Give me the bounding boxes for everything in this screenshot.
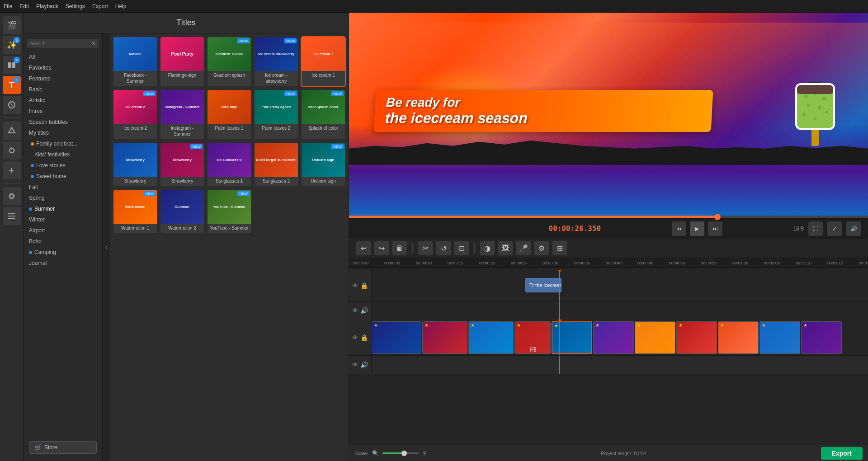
fullscreen-button[interactable]: ⛶ [808, 221, 823, 236]
title-card-palm-leaves-2[interactable]: NEW Pool Party again! Palm leaves 2 [255, 90, 298, 139]
expand-button[interactable]: ⤢ [827, 221, 842, 236]
category-search[interactable]: ✕ [27, 39, 99, 48]
progress-thumb[interactable] [714, 214, 721, 220]
zoom-out-icon[interactable]: 🔍 [372, 450, 379, 456]
category-spring[interactable]: Spring [24, 193, 102, 203]
text-clip[interactable]: Tr the icecream [525, 278, 561, 292]
eye-icon-2[interactable]: 👁 [352, 307, 359, 314]
category-intros[interactable]: Intros [24, 106, 102, 117]
video-clip-7[interactable]: ★ [635, 321, 675, 354]
tool-media[interactable]: 🎬 [3, 16, 21, 34]
undo-button[interactable]: ↩ [356, 241, 371, 255]
category-fall[interactable]: Fall [24, 182, 102, 193]
video-clip-6[interactable]: ★ [593, 321, 634, 354]
title-card-ice-cream-strawberry[interactable]: NEW Ice cream strawberry Ice cream - str… [255, 37, 298, 86]
store-button[interactable]: 🛒 Store [29, 441, 97, 454]
lock-icon[interactable]: 🔒 [360, 282, 368, 289]
title-card-unicorn-sign[interactable]: NEW Unicorn sign Unicorn sign [302, 143, 345, 186]
audio-button[interactable]: 🎤 [516, 241, 531, 255]
crop-button[interactable]: ⊡ [454, 241, 469, 255]
title-card-watermelon-2[interactable]: Summer Watermelon 2 [160, 190, 204, 233]
tool-motion[interactable] [3, 141, 21, 160]
title-card-sunglasses-2[interactable]: Don't forget sunscreen! Sunglasses 2 [255, 143, 298, 186]
video-clip-5[interactable]: ★ [552, 321, 592, 354]
preview-progress-bar[interactable] [349, 216, 868, 218]
video-clip-11[interactable]: ★ [801, 321, 842, 354]
category-boho[interactable]: Boho [24, 236, 102, 247]
menu-file[interactable]: File [4, 3, 12, 9]
eye-icon-audio[interactable]: 👁 [352, 361, 359, 368]
title-card-youtube-summer[interactable]: NEW YouTube - Summer YouTube - Summer [208, 190, 251, 233]
category-featured[interactable]: Featured [24, 73, 102, 84]
category-artistic[interactable]: Artistic [24, 95, 102, 106]
overlay-btn[interactable]: 🖼 [498, 241, 513, 255]
category-speech[interactable]: Speech bubbles [24, 117, 102, 127]
category-my-titles[interactable]: My titles [24, 127, 102, 138]
video-clip-4[interactable]: ★ 🎞 [514, 321, 551, 354]
menu-settings[interactable]: Settings [66, 3, 85, 9]
scale-slider[interactable] [382, 452, 419, 454]
cut-button[interactable]: ✂ [418, 241, 433, 255]
tool-camera[interactable] [3, 187, 21, 205]
volume-button[interactable]: 🔊 [846, 221, 861, 236]
title-card-strawberry-1[interactable]: Strawberry Strawberry [113, 143, 157, 186]
audio-icon[interactable]: 🔊 [360, 307, 368, 314]
category-all[interactable]: All [24, 52, 102, 62]
category-airport[interactable]: Airport [24, 225, 102, 236]
title-card-splash-color[interactable]: NEW cool Splash color Splash of color [302, 90, 345, 139]
search-clear-icon[interactable]: ✕ [91, 40, 96, 47]
category-journal[interactable]: Journal [24, 258, 102, 268]
video-clip-3[interactable]: ★ [468, 321, 514, 354]
delete-button[interactable]: 🗑 [392, 241, 407, 255]
split-button[interactable]: ⊞ [552, 241, 567, 255]
go-to-end-button[interactable]: ⏭ [708, 221, 722, 236]
category-kids[interactable]: Kids' festivities [24, 149, 102, 160]
tool-menu[interactable] [3, 207, 21, 225]
video-clip-8[interactable]: ★ [676, 321, 717, 354]
menu-export[interactable]: Export [92, 3, 108, 9]
tool-filter[interactable] [3, 96, 21, 114]
redo-button[interactable]: ↪ [374, 241, 389, 255]
category-family[interactable]: Family celebrat... [24, 138, 102, 149]
tool-titles[interactable]: T 9 [3, 76, 21, 94]
eye-icon-video[interactable]: 👁 [352, 334, 359, 341]
category-favorites[interactable]: Favorites [24, 62, 102, 73]
audio-vol-icon[interactable]: 🔊 [360, 361, 368, 368]
video-clip-9[interactable]: ★ [718, 321, 759, 354]
title-card-flamingo[interactable]: Pool Party Flamingo sign [160, 37, 204, 86]
rotate-button[interactable]: ↺ [436, 241, 451, 255]
title-card-facebook-summer[interactable]: Movavi Facebook - Summer [113, 37, 157, 86]
video-clip-2[interactable]: ★ [422, 321, 467, 354]
menu-edit[interactable]: Edit [19, 3, 29, 9]
title-card-palm-leaves-1[interactable]: Nice day! Palm leaves 1 [208, 90, 251, 139]
tool-transitions[interactable]: 9 [3, 56, 21, 74]
menu-help[interactable]: Help [115, 3, 127, 9]
category-camping[interactable]: Camping [24, 247, 102, 258]
title-card-instagram-summer[interactable]: Instagram - Summer Instagram - Summer [160, 90, 204, 139]
category-home[interactable]: Sweet home [24, 171, 102, 182]
category-summer[interactable]: Summer [24, 203, 102, 214]
title-card-ice-cream-1[interactable]: Ice cream 1 Ice cream 1 [302, 37, 345, 86]
zoom-grid-icon[interactable]: ⊞ [422, 450, 427, 456]
play-button[interactable]: ▶ [690, 221, 704, 236]
collapse-sidebar-button[interactable]: ‹ [103, 33, 110, 461]
video-clip-1[interactable]: ★ [372, 321, 421, 354]
color-button[interactable]: ◑ [480, 241, 495, 255]
category-love[interactable]: Love stories [24, 160, 102, 171]
title-card-strawberry-2[interactable]: NEW Strawberry Strawberry [160, 143, 204, 186]
settings-button[interactable]: ⚙ [534, 241, 549, 255]
tool-overlay[interactable] [3, 122, 21, 140]
title-card-ice-cream-2[interactable]: NEW Ice cream 2 Ice cream 2 [113, 90, 157, 139]
export-button[interactable]: Export [821, 447, 863, 460]
category-basic[interactable]: Basic [24, 84, 102, 95]
title-card-watermelon-1[interactable]: NEW Watermelon Watermelon 1 [113, 190, 157, 233]
eye-icon[interactable]: 👁 [352, 282, 359, 289]
title-card-sunglasses-1[interactable]: Ice sunscreen! Sunglasses 1 [208, 143, 251, 186]
video-lock-icon[interactable]: 🔒 [360, 334, 368, 341]
scale-thumb[interactable] [401, 451, 407, 456]
tool-effects[interactable]: ✨9 [3, 36, 21, 54]
search-input[interactable] [30, 41, 91, 46]
video-clip-10[interactable]: ★ [760, 321, 800, 354]
go-to-start-button[interactable]: ⏮ [672, 221, 686, 236]
tool-add[interactable]: + [3, 161, 21, 179]
